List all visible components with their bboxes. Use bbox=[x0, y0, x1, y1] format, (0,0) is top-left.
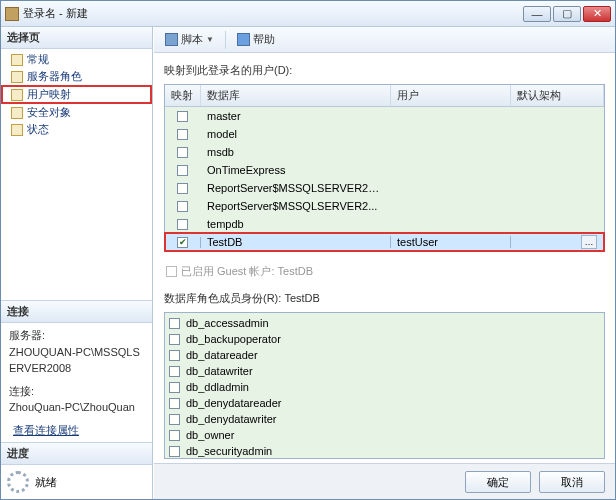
role-row[interactable]: db_securityadmin bbox=[169, 443, 600, 459]
mapping-row[interactable]: ReportServer$MSSQLSERVER2008 bbox=[165, 179, 604, 197]
db-name-cell: ReportServer$MSSQLSERVER2... bbox=[201, 200, 391, 212]
browse-schema-button[interactable]: … bbox=[581, 235, 597, 249]
role-row[interactable]: db_accessadmin bbox=[169, 315, 600, 331]
role-checkbox[interactable] bbox=[169, 414, 180, 425]
maximize-button[interactable]: ▢ bbox=[553, 6, 581, 22]
dialog-window: 登录名 - 新建 — ▢ ✕ 选择页 常规 服务器角色 用户映射 安全对象 状态… bbox=[0, 0, 616, 500]
conn-value: ZhouQuan-PC\ZhouQuan bbox=[9, 399, 144, 416]
server-label: 服务器: bbox=[9, 327, 144, 344]
db-name-cell: msdb bbox=[201, 146, 391, 158]
map-checkbox[interactable] bbox=[177, 183, 188, 194]
col-user-header[interactable]: 用户 bbox=[391, 85, 511, 106]
roles-section-label: 数据库角色成员身份(R): TestDB bbox=[164, 291, 605, 306]
role-checkbox[interactable] bbox=[169, 334, 180, 345]
role-name: db_denydatareader bbox=[186, 397, 281, 409]
role-name: db_accessadmin bbox=[186, 317, 269, 329]
sidebar: 选择页 常规 服务器角色 用户映射 安全对象 状态 连接 服务器: ZHOUQU… bbox=[1, 27, 153, 499]
role-row[interactable]: db_datareader bbox=[169, 347, 600, 363]
main-panel: 脚本▼ 帮助 映射到此登录名的用户(D): 映射 数据库 用户 默认架构 mas… bbox=[153, 27, 615, 499]
mapping-row[interactable]: OnTimeExpress bbox=[165, 161, 604, 179]
role-checkbox[interactable] bbox=[169, 366, 180, 377]
connection-header: 连接 bbox=[1, 301, 152, 323]
sidebar-item-securables[interactable]: 安全对象 bbox=[1, 104, 152, 121]
connection-section: 连接 服务器: ZHOUQUAN-PC\MSSQLSERVER2008 连接: … bbox=[1, 300, 152, 442]
user-cell[interactable]: testUser bbox=[391, 236, 511, 248]
sidebar-item-server-roles[interactable]: 服务器角色 bbox=[1, 68, 152, 85]
mapping-grid: 映射 数据库 用户 默认架构 mastermodelmsdbOnTimeExpr… bbox=[164, 84, 605, 252]
conn-label: 连接: bbox=[9, 383, 144, 400]
toolbar-separator bbox=[225, 31, 226, 49]
role-checkbox[interactable] bbox=[169, 446, 180, 457]
page-icon bbox=[11, 71, 23, 83]
map-checkbox[interactable] bbox=[177, 165, 188, 176]
db-name-cell: ReportServer$MSSQLSERVER2008 bbox=[201, 182, 391, 194]
role-name: db_securityadmin bbox=[186, 445, 272, 457]
map-checkbox[interactable] bbox=[177, 201, 188, 212]
mapping-row[interactable]: model bbox=[165, 125, 604, 143]
window-buttons: — ▢ ✕ bbox=[523, 6, 611, 22]
script-icon bbox=[165, 33, 178, 46]
sidebar-item-label: 状态 bbox=[27, 122, 49, 137]
schema-cell[interactable]: … bbox=[511, 235, 604, 249]
col-db-header[interactable]: 数据库 bbox=[201, 85, 391, 106]
map-checkbox[interactable] bbox=[177, 237, 188, 248]
view-connection-properties-link[interactable]: 查看连接属性 bbox=[13, 422, 79, 439]
role-row[interactable]: db_denydatawriter bbox=[169, 411, 600, 427]
role-checkbox[interactable] bbox=[169, 350, 180, 361]
mapping-row[interactable]: msdb bbox=[165, 143, 604, 161]
window-title: 登录名 - 新建 bbox=[23, 6, 523, 21]
role-row[interactable]: db_denydatareader bbox=[169, 395, 600, 411]
role-row[interactable]: db_datawriter bbox=[169, 363, 600, 379]
dialog-footer: 确定 取消 bbox=[154, 463, 615, 499]
help-icon bbox=[237, 33, 250, 46]
help-button[interactable]: 帮助 bbox=[232, 29, 280, 50]
map-checkbox[interactable] bbox=[177, 129, 188, 140]
role-checkbox[interactable] bbox=[169, 398, 180, 409]
db-name-cell: tempdb bbox=[201, 218, 391, 230]
role-checkbox[interactable] bbox=[169, 382, 180, 393]
col-map-header[interactable]: 映射 bbox=[165, 85, 201, 106]
mapping-section-label: 映射到此登录名的用户(D): bbox=[164, 63, 605, 78]
sidebar-item-status[interactable]: 状态 bbox=[1, 121, 152, 138]
guest-label: 已启用 Guest 帐户: TestDB bbox=[181, 264, 313, 279]
page-icon bbox=[11, 89, 23, 101]
map-checkbox[interactable] bbox=[177, 147, 188, 158]
mapping-row[interactable]: master bbox=[165, 107, 604, 125]
close-button[interactable]: ✕ bbox=[583, 6, 611, 22]
col-schema-header[interactable]: 默认架构 bbox=[511, 85, 604, 106]
map-checkbox[interactable] bbox=[177, 219, 188, 230]
guest-checkbox bbox=[166, 266, 177, 277]
app-icon bbox=[5, 7, 19, 21]
mapping-row[interactable]: tempdb bbox=[165, 215, 604, 233]
sidebar-item-label: 服务器角色 bbox=[27, 69, 82, 84]
pages-tree: 常规 服务器角色 用户映射 安全对象 状态 bbox=[1, 49, 152, 140]
role-name: db_backupoperator bbox=[186, 333, 281, 345]
sidebar-item-label: 常规 bbox=[27, 52, 49, 67]
sidebar-item-general[interactable]: 常规 bbox=[1, 51, 152, 68]
role-row[interactable]: db_owner bbox=[169, 427, 600, 443]
cancel-button[interactable]: 取消 bbox=[539, 471, 605, 493]
role-checkbox[interactable] bbox=[169, 318, 180, 329]
minimize-button[interactable]: — bbox=[523, 6, 551, 22]
role-name: db_ddladmin bbox=[186, 381, 249, 393]
role-name: db_datawriter bbox=[186, 365, 253, 377]
sidebar-item-user-mapping[interactable]: 用户映射 bbox=[1, 85, 152, 104]
chevron-down-icon: ▼ bbox=[206, 35, 214, 44]
map-checkbox[interactable] bbox=[177, 111, 188, 122]
role-row[interactable]: db_ddladmin bbox=[169, 379, 600, 395]
role-row[interactable]: db_backupoperator bbox=[169, 331, 600, 347]
help-label: 帮助 bbox=[253, 32, 275, 47]
ok-button[interactable]: 确定 bbox=[465, 471, 531, 493]
page-icon bbox=[11, 107, 23, 119]
progress-section: 进度 就绪 bbox=[1, 442, 152, 499]
script-button[interactable]: 脚本▼ bbox=[160, 29, 219, 50]
role-checkbox[interactable] bbox=[169, 430, 180, 441]
content: 映射到此登录名的用户(D): 映射 数据库 用户 默认架构 mastermode… bbox=[154, 53, 615, 463]
titlebar[interactable]: 登录名 - 新建 — ▢ ✕ bbox=[1, 1, 615, 27]
mapping-row[interactable]: ReportServer$MSSQLSERVER2... bbox=[165, 197, 604, 215]
progress-spinner-icon bbox=[7, 471, 29, 493]
pages-header: 选择页 bbox=[1, 27, 152, 49]
db-name-cell: model bbox=[201, 128, 391, 140]
guest-enabled-row: 已启用 Guest 帐户: TestDB bbox=[164, 258, 605, 285]
mapping-row[interactable]: TestDBtestUser… bbox=[165, 233, 604, 251]
